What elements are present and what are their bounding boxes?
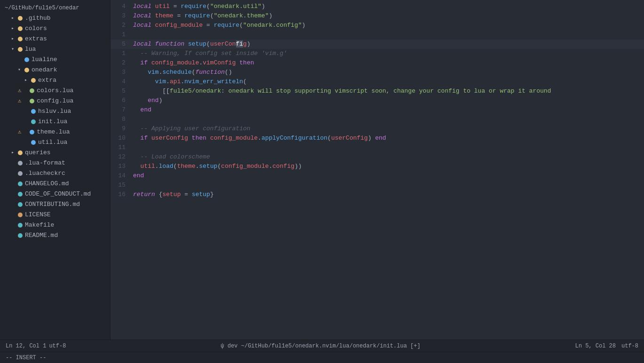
line-number: 12: [110, 152, 131, 162]
sidebar-item-label: .luacheckrc: [25, 169, 110, 178]
line-content: if userConfig then config_module.applyCo…: [131, 134, 644, 143]
code-line: 4 vim.api.nvim_err_writeln(: [110, 77, 644, 87]
status-left: Ln 12, Col 1 utf-8: [6, 343, 66, 349]
file-dot: [31, 119, 36, 124]
sidebar-item-label: CHANGELOG.md: [25, 179, 110, 189]
line-content: local theme = require("onedark.theme"): [131, 11, 644, 21]
sidebar-item-onedark[interactable]: ▾onedark: [0, 65, 110, 75]
sidebar-item-label: Makefile: [25, 221, 110, 230]
sidebar-item-label: colors.lua: [37, 86, 110, 95]
arrow-down-icon: ▾: [11, 45, 18, 54]
file-dot: [18, 171, 23, 176]
code-line: 13 util.load(theme.setup(config_module.c…: [110, 162, 644, 171]
line-content: vim.api.nvim_err_writeln(: [131, 77, 644, 87]
sidebar-item-hsluv-lua[interactable]: hsluv.lua: [0, 106, 110, 117]
sidebar-item-readme[interactable]: README.md: [0, 230, 110, 241]
line-number: 2: [110, 21, 131, 30]
file-dot: [30, 99, 34, 103]
sidebar-item-label: extra: [38, 76, 110, 85]
line-number: 8: [110, 115, 131, 124]
sidebar-item-label: CONTRIBUTING.md: [25, 200, 110, 209]
line-content: end): [131, 96, 644, 105]
arrow-right-icon: ▸: [24, 76, 31, 85]
sidebar-item-changelog[interactable]: CHANGELOG.md: [0, 179, 110, 189]
line-number: 4: [110, 77, 131, 87]
sidebar-item-util-lua[interactable]: util.lua: [0, 137, 110, 148]
file-dot: [18, 192, 23, 197]
line-content: end: [131, 171, 644, 181]
sidebar-item-code-of-conduct[interactable]: CODE_OF_CONDUCT.md: [0, 189, 110, 199]
line-number: 15: [110, 181, 131, 190]
code-line: 6 end): [110, 96, 644, 105]
status-center: ψ dev ~/GitHub/ful1e5/onedark.nvim/lua/o…: [66, 343, 575, 349]
sidebar-item-label: theme.lua: [37, 127, 110, 137]
line-content: return {setup = setup}: [131, 190, 644, 199]
sidebar-item-theme-lua[interactable]: ⚠theme.lua: [0, 127, 110, 137]
sidebar-item-label: .lua-format: [25, 158, 110, 168]
sidebar-tree: ▸.github▸colors▸extras▾lualualine▾onedar…: [0, 13, 110, 241]
code-line: 14end: [110, 171, 644, 181]
file-dot: [18, 233, 23, 238]
line-number: 16: [110, 190, 131, 199]
line-content: util.load(theme.setup(config_module.conf…: [131, 162, 644, 171]
sidebar-item-lua-format[interactable]: .lua-format: [0, 158, 110, 168]
line-content: local function setup(userConfig): [131, 39, 644, 49]
code-line: 11: [110, 143, 644, 152]
file-dot: [30, 88, 34, 93]
folder-dot: [18, 16, 23, 21]
line-content: if config_module.vimConfig then: [131, 58, 644, 68]
line-content: end: [131, 105, 644, 115]
line-number: 1: [110, 30, 131, 39]
line-number: 6: [110, 96, 131, 105]
status-pos: Ln 5, Col 28: [575, 343, 616, 349]
code-container[interactable]: 4local util = require("onedark.util")3lo…: [110, 0, 644, 339]
arrow-right-icon: ▸: [11, 24, 18, 33]
sidebar-item-luacheckrc[interactable]: .luacheckrc: [0, 168, 110, 179]
code-line: 15: [110, 181, 644, 190]
code-line: 5local function setup(userConfig): [110, 39, 644, 49]
sidebar-item-extras[interactable]: ▸extras: [0, 34, 110, 44]
status-encoding: utf-8: [49, 343, 66, 349]
line-number: 13: [110, 162, 131, 171]
sidebar-item-makefile[interactable]: Makefile: [0, 220, 110, 230]
sidebar-item-label: CODE_OF_CONDUCT.md: [25, 189, 110, 199]
line-content: vim.schedule(function(): [131, 68, 644, 77]
folder-dot: [18, 47, 23, 52]
file-dot: [18, 182, 23, 186]
sidebar-item-config-lua[interactable]: ⚠config.lua: [0, 96, 110, 106]
code-line: 8: [110, 115, 644, 124]
line-content: -- Load colorscheme: [131, 152, 644, 162]
line-number: 2: [110, 58, 131, 68]
code-line: 2local config_module = require("onedark.…: [110, 21, 644, 30]
arrow-right-icon: ▸: [11, 148, 18, 158]
sidebar: ~/GitHub/ful1e5/onedar ▸.github▸colors▸e…: [0, 0, 110, 339]
editor-area: 4local util = require("onedark.util")3lo…: [110, 0, 644, 339]
code-line: 2 if config_module.vimConfig then: [110, 58, 644, 68]
file-dot: [18, 223, 23, 228]
sidebar-item-colors-lua[interactable]: ⚠colors.lua: [0, 86, 110, 96]
status-ln-col: Ln 12, Col 1: [6, 343, 46, 349]
sidebar-item-lualine[interactable]: lualine: [0, 55, 110, 65]
arrow-right-icon: ▸: [11, 34, 18, 44]
sidebar-item-lua[interactable]: ▾lua: [0, 44, 110, 55]
code-line: 9 -- Applying user configuration: [110, 124, 644, 134]
sidebar-item-label: queries: [25, 148, 110, 158]
sidebar-root-title: ~/GitHub/ful1e5/onedar: [0, 3, 110, 13]
sidebar-item-contributing[interactable]: CONTRIBUTING.md: [0, 199, 110, 210]
line-content: -- Applying user configuration: [131, 124, 644, 134]
sidebar-item-github[interactable]: ▸.github: [0, 13, 110, 24]
warn-icon: ⚠: [18, 96, 21, 106]
sidebar-item-license[interactable]: LICENSE: [0, 210, 110, 220]
sidebar-item-colors[interactable]: ▸colors: [0, 24, 110, 34]
code-lines: 4local util = require("onedark.util")3lo…: [110, 2, 644, 199]
sidebar-item-label: lua: [25, 45, 110, 54]
sidebar-item-label: LICENSE: [25, 210, 110, 220]
sidebar-item-extra[interactable]: ▸extra: [0, 75, 110, 86]
sidebar-item-label: util.lua: [38, 138, 110, 147]
vim-statusline: -- INSERT --: [0, 352, 644, 363]
sidebar-item-init-lua[interactable]: init.lua: [0, 117, 110, 127]
sidebar-item-queries[interactable]: ▸queries: [0, 148, 110, 158]
file-dot: [24, 57, 29, 62]
status-bar: Ln 12, Col 1 utf-8 ψ dev ~/GitHub/ful1e5…: [0, 339, 644, 352]
code-line: 3 vim.schedule(function(): [110, 68, 644, 77]
